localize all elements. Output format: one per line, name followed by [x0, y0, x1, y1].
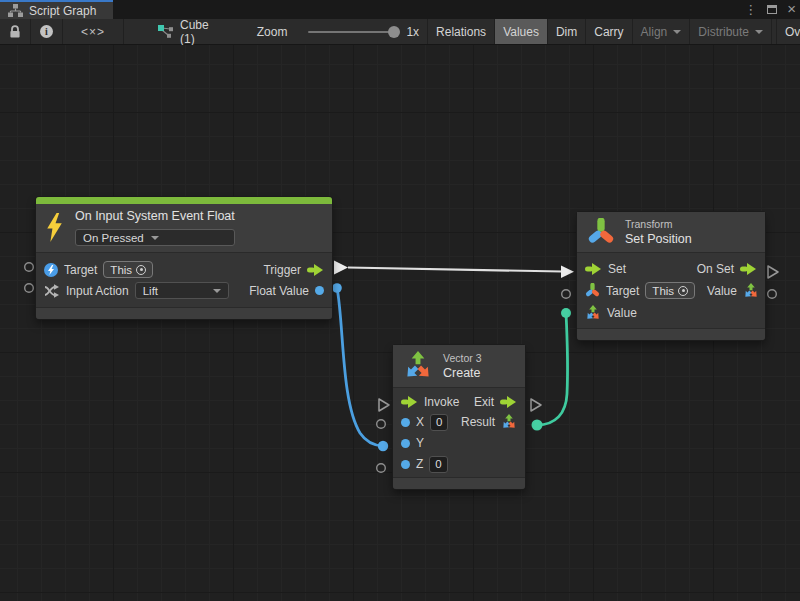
distribute-dropdown[interactable]: Distribute [690, 19, 772, 44]
y-label: Y [416, 436, 424, 450]
wire-floatvalue-to-y[interactable] [337, 288, 383, 446]
value-input-port-connected[interactable] [561, 308, 571, 318]
chevron-down-icon [213, 289, 221, 293]
float-value-port-dot[interactable] [315, 286, 324, 295]
z-input-port[interactable] [377, 464, 386, 473]
x-input-port[interactable] [377, 420, 386, 429]
invoke-label: Invoke [424, 395, 459, 409]
lightning-bolt-icon [46, 213, 63, 242]
event-mode-dropdown[interactable]: On Pressed [75, 229, 235, 246]
node-header[interactable]: Vector 3 Create [393, 345, 525, 388]
trigger-label: Trigger [263, 263, 301, 277]
node-header[interactable]: On Input System Event Float On Pressed [36, 204, 332, 253]
flow-arrow-icon[interactable] [401, 396, 418, 408]
relations-button[interactable]: Relations [427, 19, 495, 44]
zoom-value: 1x [406, 25, 419, 39]
result-output-port-connected[interactable] [532, 420, 543, 431]
row-target: Target This Trigger [36, 259, 332, 280]
input-action-icon [44, 284, 60, 298]
row-y: Y [393, 433, 525, 453]
node-footer [36, 307, 332, 319]
y-port-dot[interactable] [401, 439, 410, 448]
object-picker-icon[interactable] [136, 265, 146, 275]
node-title: Set Position [625, 232, 692, 246]
align-dropdown[interactable]: Align [633, 19, 691, 44]
invoke-input-port[interactable] [379, 399, 389, 411]
flow-arrow-icon[interactable] [500, 396, 517, 408]
x-value-field[interactable]: 0 [430, 414, 448, 431]
exit-output-port[interactable] [531, 399, 541, 411]
event-inputaction-external-port[interactable] [25, 284, 34, 293]
row-invoke-exit: Invoke Exit [393, 392, 525, 411]
wire-trigger-to-set[interactable] [348, 268, 562, 272]
row-target-value: Target This Value [577, 279, 765, 302]
target-object-field[interactable]: This [645, 282, 695, 299]
tab-script-graph[interactable]: Script Graph [0, 0, 113, 19]
node-footer [393, 477, 525, 489]
breadcrumb[interactable]: Cube (1) [146, 19, 221, 44]
overview-button[interactable]: Overview [776, 19, 800, 44]
script-graph-window: Script Graph ⋮ × i <×> [0, 0, 800, 601]
node-category: Transform [625, 218, 692, 230]
transform-icon-small [585, 283, 600, 298]
node-selected-accent [36, 197, 332, 204]
event-target-icon [44, 263, 58, 277]
close-icon[interactable]: × [787, 1, 796, 16]
lock-button[interactable] [0, 19, 31, 44]
zoom-slider[interactable] [308, 31, 398, 33]
carry-button[interactable]: Carry [586, 19, 632, 44]
node-header[interactable]: Transform Set Position [577, 212, 765, 253]
node-transform-set-position[interactable]: Transform Set Position Set On Set [577, 212, 765, 340]
set-label: Set [608, 262, 626, 276]
vector3-icon-small[interactable] [501, 414, 517, 430]
node-category: Vector 3 [443, 352, 482, 364]
lock-icon [9, 25, 21, 39]
target-label: Target [64, 263, 97, 277]
result-label: Result [461, 415, 495, 429]
target-label: Target [606, 284, 639, 298]
maximize-icon[interactable] [767, 5, 777, 14]
chevron-down-icon [151, 236, 159, 240]
z-port-dot[interactable] [401, 460, 410, 469]
x-label: X [416, 415, 424, 429]
vector3-icon [403, 351, 433, 381]
input-action-dropdown[interactable]: Lift [135, 282, 229, 299]
x-port-dot[interactable] [401, 418, 410, 427]
z-value-field[interactable]: 0 [429, 456, 447, 473]
onset-output-port[interactable] [768, 266, 778, 278]
y-input-port-connected[interactable] [378, 441, 388, 451]
event-target-external-port[interactable] [25, 263, 34, 272]
graph-node-icon [158, 25, 173, 38]
vector3-icon-small[interactable] [585, 305, 601, 321]
flow-arrow-icon[interactable] [307, 264, 324, 276]
inspect-button[interactable]: i [31, 19, 63, 44]
window-menu-icon[interactable]: ⋮ [744, 3, 757, 16]
flow-arrow-icon[interactable] [585, 263, 602, 275]
node-title: On Input System Event Float [75, 209, 235, 223]
view-source-button[interactable]: <×> [63, 19, 124, 44]
transform-value-output-port[interactable] [768, 290, 777, 299]
object-picker-icon[interactable] [678, 286, 688, 296]
node-footer [577, 328, 765, 340]
floatvalue-output-port[interactable] [332, 283, 342, 293]
node-on-input-system-event-float[interactable]: On Input System Event Float On Pressed T… [36, 197, 332, 319]
vector3-icon-small[interactable] [743, 283, 759, 299]
flow-arrow-icon[interactable] [740, 263, 757, 275]
zoom-slider-thumb[interactable] [388, 26, 400, 38]
node-vector3-create[interactable]: Vector 3 Create Invoke Exit [393, 345, 525, 489]
exit-label: Exit [474, 395, 494, 409]
graph-canvas[interactable]: On Input System Event Float On Pressed T… [0, 45, 800, 601]
trigger-output-port[interactable] [334, 261, 348, 275]
values-button[interactable]: Values [495, 19, 548, 44]
row-set-onset: Set On Set [577, 259, 765, 279]
tab-title: Script Graph [29, 4, 96, 18]
transform-target-input-port[interactable] [562, 290, 571, 299]
breadcrumb-label: Cube (1) [180, 18, 209, 46]
input-action-label: Input Action [66, 284, 129, 298]
wire-result-to-value[interactable] [537, 313, 567, 425]
dim-button[interactable]: Dim [548, 19, 586, 44]
z-label: Z [416, 457, 423, 471]
target-object-field[interactable]: This [103, 261, 153, 278]
node-title: Create [443, 366, 482, 380]
row-input-action: Input Action Lift Float Value [36, 280, 332, 301]
